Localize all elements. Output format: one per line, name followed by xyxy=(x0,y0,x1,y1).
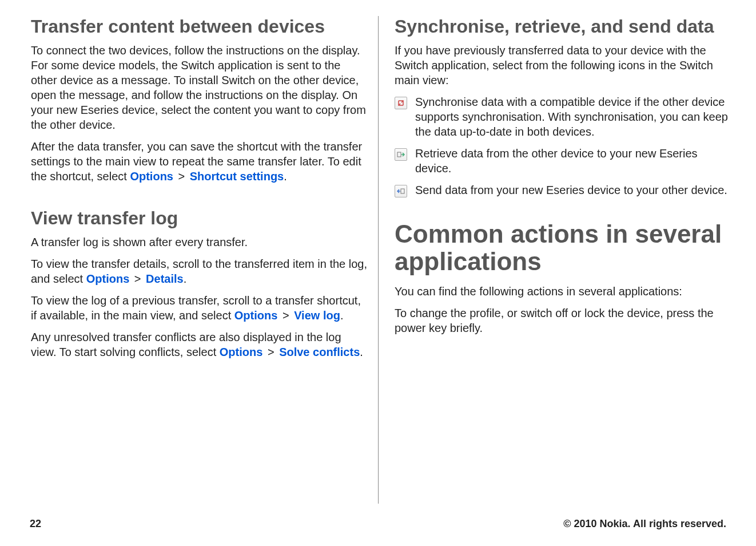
copyright-text: © 2010 Nokia. All rights reserved. xyxy=(563,518,726,530)
menu-options-1[interactable]: Options xyxy=(130,170,173,183)
page-footer: 22 © 2010 Nokia. All rights reserved. xyxy=(30,518,726,530)
retrieve-icon xyxy=(395,148,407,161)
send-item: Send data from your new Eseries device t… xyxy=(395,183,729,197)
menu-shortcut-settings[interactable]: Shortcut settings xyxy=(190,170,284,183)
period: . xyxy=(340,309,344,322)
right-column: Synchronise, retrieve, and send data If … xyxy=(378,16,729,504)
send-icon xyxy=(395,185,407,197)
period: . xyxy=(184,272,187,285)
svg-rect-0 xyxy=(397,152,401,157)
breadcrumb-separator: > xyxy=(133,272,143,285)
heading-view-transfer-log: View transfer log xyxy=(31,208,368,229)
log-details-pre: To view the transfer details, scroll to … xyxy=(31,258,367,285)
page-content: Transfer content between devices To conn… xyxy=(0,0,756,504)
menu-view-log[interactable]: View log xyxy=(294,309,340,322)
menu-options-2[interactable]: Options xyxy=(86,272,130,285)
breadcrumb-separator: > xyxy=(177,170,187,183)
menu-options-3[interactable]: Options xyxy=(234,309,278,322)
heading-transfer-content: Transfer content between devices xyxy=(31,16,368,37)
transfer-intro-paragraph: To connect the two devices, follow the i… xyxy=(31,43,368,132)
breadcrumb-separator: > xyxy=(266,346,276,358)
heading-sync-retrieve-send: Synchronise, retrieve, and send data xyxy=(395,16,729,37)
period: . xyxy=(284,170,287,183)
period: . xyxy=(360,346,363,358)
conflicts-paragraph: Any unresolved transfer conflicts are al… xyxy=(31,330,368,359)
menu-details[interactable]: Details xyxy=(146,272,184,285)
log-intro-paragraph: A transfer log is shown after every tran… xyxy=(31,235,368,250)
shortcut-paragraph: After the data transfer, you can save th… xyxy=(31,139,368,184)
log-details-paragraph: To view the transfer details, scroll to … xyxy=(31,256,368,286)
breadcrumb-separator: > xyxy=(281,309,291,322)
retrieve-item: Retrieve data from the other device to y… xyxy=(395,146,729,176)
sync-item: Synchronise data with a compatible devic… xyxy=(395,94,729,139)
sync-intro-paragraph: If you have previously transferred data … xyxy=(395,43,729,88)
common-actions-p1: You can find the following actions in se… xyxy=(395,284,729,299)
svg-rect-1 xyxy=(401,189,404,193)
menu-solve-conflicts[interactable]: Solve conflicts xyxy=(279,346,360,358)
page-number: 22 xyxy=(30,518,41,530)
menu-options-4[interactable]: Options xyxy=(220,346,263,358)
heading-common-actions: Common actions in several applications xyxy=(395,220,729,276)
send-text: Send data from your new Eseries device t… xyxy=(415,183,727,197)
log-previous-paragraph: To view the log of a previous transfer, … xyxy=(31,293,368,323)
left-column: Transfer content between devices To conn… xyxy=(27,16,378,504)
sync-text: Synchronise data with a compatible devic… xyxy=(415,94,729,139)
retrieve-text: Retrieve data from the other device to y… xyxy=(415,146,729,176)
common-actions-p2: To change the profile, or switch off or … xyxy=(395,306,729,335)
sync-icon xyxy=(395,97,407,109)
